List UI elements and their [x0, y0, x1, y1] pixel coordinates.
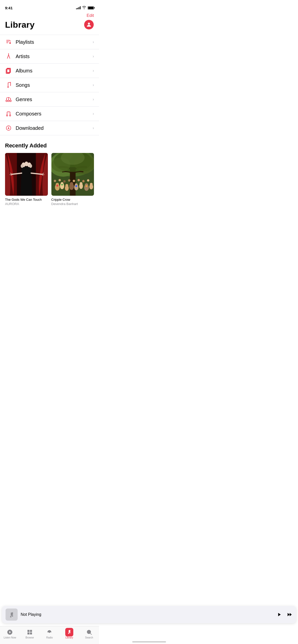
- songs-icon: [5, 82, 12, 89]
- svg-point-72: [82, 180, 84, 182]
- svg-point-76: [61, 184, 63, 185]
- devendra-art-svg: [51, 153, 94, 196]
- svg-point-12: [6, 100, 7, 102]
- library-item-artists[interactable]: Artists ›: [0, 49, 99, 63]
- library-item-songs[interactable]: Songs ›: [0, 78, 99, 92]
- composers-icon: [5, 110, 12, 117]
- svg-point-71: [77, 179, 80, 181]
- albums-icon: [5, 67, 12, 74]
- svg-point-14: [10, 100, 11, 102]
- svg-point-32: [29, 164, 32, 168]
- avatar: [84, 20, 94, 29]
- chevron-icon: ›: [93, 83, 94, 87]
- album-card-aurora[interactable]: The Gods We Can Touch AURORA: [5, 153, 48, 206]
- title-row: Library: [0, 18, 99, 35]
- wifi-icon: [82, 6, 86, 10]
- svg-point-70: [73, 180, 75, 182]
- svg-point-8: [8, 53, 9, 54]
- downloaded-icon: [5, 125, 12, 132]
- svg-line-19: [9, 97, 11, 98]
- album-title-aurora: The Gods We Can Touch: [5, 198, 48, 202]
- status-icons: [76, 6, 94, 10]
- downloaded-label: Downloaded: [16, 125, 93, 131]
- bottom-spacer: [0, 206, 99, 251]
- svg-point-66: [54, 180, 56, 182]
- artists-icon: [5, 53, 12, 60]
- svg-line-7: [9, 55, 10, 58]
- chevron-icon: ›: [93, 126, 94, 130]
- chevron-icon: ›: [93, 54, 94, 59]
- recently-added-title: Recently Added: [0, 135, 99, 153]
- library-item-composers[interactable]: Composers ›: [0, 106, 99, 121]
- svg-point-0: [88, 23, 90, 25]
- svg-line-18: [7, 97, 9, 98]
- battery-icon: [88, 6, 94, 10]
- svg-rect-1: [6, 40, 10, 41]
- svg-point-65: [90, 183, 92, 186]
- svg-point-73: [87, 179, 89, 182]
- svg-point-74: [56, 185, 58, 187]
- playlists-icon: [5, 38, 12, 46]
- album-artist-aurora: AURORA: [5, 202, 48, 206]
- album-title-devendra: Cripple Crow: [51, 198, 94, 202]
- chevron-icon: ›: [93, 68, 94, 73]
- svg-point-67: [58, 179, 61, 181]
- genres-label: Genres: [16, 97, 93, 102]
- album-art-aurora: [5, 153, 48, 196]
- svg-rect-3: [6, 43, 8, 43]
- svg-point-21: [10, 115, 11, 116]
- genres-icon: [5, 96, 12, 103]
- chevron-icon: ›: [93, 97, 94, 102]
- album-card-devendra[interactable]: Cripple Crow Devendra Banhart: [51, 153, 94, 206]
- svg-point-31: [21, 164, 23, 168]
- account-button[interactable]: [84, 20, 94, 30]
- svg-point-20: [7, 115, 8, 116]
- signal-bars-icon: [76, 6, 81, 9]
- svg-rect-2: [6, 41, 9, 42]
- library-item-genres[interactable]: Genres ›: [0, 92, 99, 106]
- chevron-icon: ›: [93, 111, 94, 116]
- status-time: 9:41: [5, 6, 13, 10]
- svg-point-61: [70, 182, 73, 185]
- library-item-playlists[interactable]: Playlists ›: [0, 35, 99, 49]
- library-item-albums[interactable]: Albums ›: [0, 63, 99, 78]
- svg-point-69: [68, 179, 70, 182]
- svg-point-77: [85, 185, 87, 187]
- albums-label: Albums: [16, 68, 93, 74]
- chevron-icon: ›: [93, 40, 94, 44]
- svg-line-6: [7, 55, 9, 58]
- page-title: Library: [5, 20, 35, 30]
- songs-label: Songs: [16, 82, 93, 88]
- svg-point-75: [75, 185, 77, 187]
- album-grid: The Gods We Can Touch AURORA: [0, 153, 99, 206]
- library-list: Playlists › Artists › Albums ›: [0, 35, 99, 135]
- composers-label: Composers: [16, 111, 93, 117]
- album-art-devendra: [51, 153, 94, 196]
- svg-point-68: [63, 180, 65, 182]
- aurora-art-svg: [5, 153, 48, 196]
- library-item-downloaded[interactable]: Downloaded ›: [0, 121, 99, 135]
- header: Edit: [0, 12, 99, 18]
- svg-point-60: [65, 184, 68, 187]
- artists-label: Artists: [16, 54, 93, 59]
- svg-point-63: [80, 182, 82, 185]
- status-bar: 9:41: [0, 0, 99, 12]
- album-artist-devendra: Devendra Banhart: [51, 202, 94, 206]
- person-icon: [86, 22, 92, 28]
- svg-point-13: [8, 100, 9, 102]
- edit-button[interactable]: Edit: [87, 13, 94, 18]
- playlists-label: Playlists: [16, 39, 93, 45]
